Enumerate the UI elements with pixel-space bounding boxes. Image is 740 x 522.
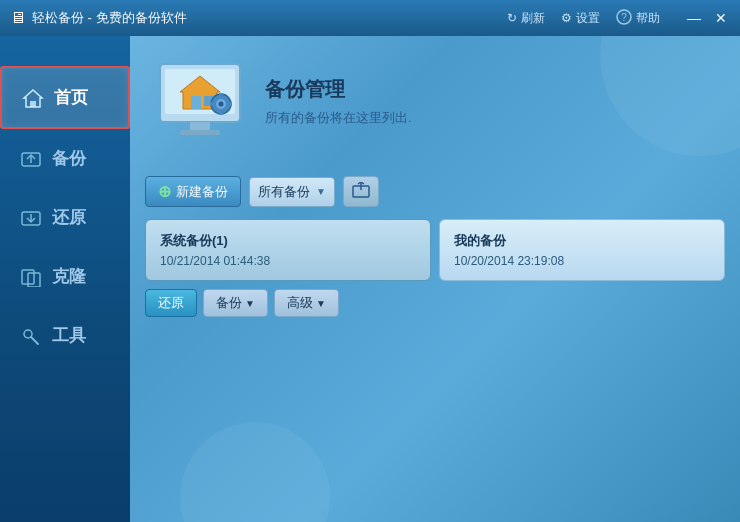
backup-grid: 系统备份(1) 10/21/2014 01:44:38 还原 备份 ▼ 高级 ▼ bbox=[145, 219, 725, 317]
sidebar-item-tools-label: 工具 bbox=[52, 324, 86, 347]
plus-icon: ⊕ bbox=[158, 182, 171, 201]
refresh-label: 刷新 bbox=[521, 10, 545, 27]
header-subtitle: 所有的备份将在这里列出. bbox=[265, 109, 412, 127]
system-backup-card[interactable]: 系统备份(1) 10/21/2014 01:44:38 bbox=[145, 219, 431, 281]
export-icon bbox=[352, 185, 370, 201]
refresh-button[interactable]: ↻ 刷新 bbox=[507, 10, 545, 27]
sidebar-item-home-label: 首页 bbox=[54, 86, 88, 109]
svg-rect-25 bbox=[228, 102, 232, 106]
title-bar-left: 🖥 轻松备份 - 免费的备份软件 bbox=[10, 9, 187, 27]
new-backup-label: 新建备份 bbox=[176, 183, 228, 201]
backup-card-system: 系统备份(1) 10/21/2014 01:44:38 还原 备份 ▼ 高级 ▼ bbox=[145, 219, 431, 317]
svg-point-21 bbox=[219, 101, 224, 106]
header-title: 备份管理 bbox=[265, 76, 412, 103]
header-icon-area bbox=[145, 51, 255, 151]
clone-icon bbox=[20, 267, 42, 287]
backup-filter-select[interactable]: 所有备份 ▼ bbox=[249, 177, 335, 207]
svg-rect-3 bbox=[30, 101, 36, 107]
sidebar-item-home[interactable]: 首页 bbox=[0, 66, 130, 129]
system-backup-date: 10/21/2014 01:44:38 bbox=[160, 254, 416, 268]
advanced-arrow-icon: ▼ bbox=[316, 298, 326, 309]
my-backup-card[interactable]: 我的备份 10/20/2014 23:19:08 bbox=[439, 219, 725, 281]
title-actions: ↻ 刷新 ⚙ 设置 ? 帮助 bbox=[507, 9, 660, 28]
sidebar-item-tools[interactable]: 工具 bbox=[0, 306, 130, 365]
title-bar-right: ↻ 刷新 ⚙ 设置 ? 帮助 — ✕ bbox=[507, 9, 730, 28]
svg-rect-15 bbox=[180, 130, 220, 135]
settings-button[interactable]: ⚙ 设置 bbox=[561, 10, 600, 27]
backup-action-button[interactable]: 备份 ▼ bbox=[203, 289, 268, 317]
app-title: 轻松备份 - 免费的备份软件 bbox=[32, 9, 187, 27]
bg-decoration-2 bbox=[180, 422, 330, 522]
sidebar-item-restore-label: 还原 bbox=[52, 206, 86, 229]
settings-label: 设置 bbox=[576, 10, 600, 27]
help-icon: ? bbox=[616, 9, 632, 28]
minimize-button[interactable]: — bbox=[684, 10, 704, 26]
header-text: 备份管理 所有的备份将在这里列出. bbox=[265, 51, 412, 127]
svg-rect-24 bbox=[210, 102, 214, 106]
settings-icon: ⚙ bbox=[561, 11, 572, 25]
title-bar: 🖥 轻松备份 - 免费的备份软件 ↻ 刷新 ⚙ 设置 ? 帮助 bbox=[0, 0, 740, 36]
content-header: 备份管理 所有的备份将在这里列出. bbox=[145, 51, 725, 161]
backup-action-label: 备份 bbox=[216, 294, 242, 312]
sidebar-item-restore[interactable]: 还原 bbox=[0, 188, 130, 247]
help-label: 帮助 bbox=[636, 10, 660, 27]
my-backup-title: 我的备份 bbox=[454, 232, 710, 250]
chevron-down-icon: ▼ bbox=[316, 186, 326, 197]
restore-icon bbox=[20, 208, 42, 228]
action-buttons: 还原 备份 ▼ 高级 ▼ bbox=[145, 289, 431, 317]
close-button[interactable]: ✕ bbox=[712, 10, 730, 26]
window-controls: — ✕ bbox=[684, 10, 730, 26]
svg-rect-14 bbox=[190, 122, 210, 130]
advanced-button[interactable]: 高级 ▼ bbox=[274, 289, 339, 317]
new-backup-button[interactable]: ⊕ 新建备份 bbox=[145, 176, 241, 207]
sidebar-item-backup-label: 备份 bbox=[52, 147, 86, 170]
backup-icon bbox=[20, 149, 42, 169]
svg-rect-22 bbox=[219, 93, 223, 97]
system-backup-title: 系统备份(1) bbox=[160, 232, 416, 250]
sidebar-item-clone[interactable]: 克隆 bbox=[0, 247, 130, 306]
main-container: 首页 备份 还原 bbox=[0, 36, 740, 522]
filter-label: 所有备份 bbox=[258, 183, 310, 201]
export-button[interactable] bbox=[343, 176, 379, 207]
backup-card-my: 我的备份 10/20/2014 23:19:08 bbox=[439, 219, 725, 317]
restore-label: 还原 bbox=[158, 294, 184, 312]
toolbar: ⊕ 新建备份 所有备份 ▼ bbox=[145, 176, 725, 207]
sidebar-item-backup[interactable]: 备份 bbox=[0, 129, 130, 188]
sidebar: 首页 备份 还原 bbox=[0, 36, 130, 522]
tools-icon bbox=[20, 326, 42, 346]
content-area: 备份管理 所有的备份将在这里列出. ⊕ 新建备份 所有备份 ▼ bbox=[130, 36, 740, 522]
refresh-icon: ↻ bbox=[507, 11, 517, 25]
backup-arrow-icon: ▼ bbox=[245, 298, 255, 309]
my-backup-date: 10/20/2014 23:19:08 bbox=[454, 254, 710, 268]
restore-button[interactable]: 还原 bbox=[145, 289, 197, 317]
help-button[interactable]: ? 帮助 bbox=[616, 9, 660, 28]
svg-text:?: ? bbox=[621, 12, 627, 23]
sidebar-item-clone-label: 克隆 bbox=[52, 265, 86, 288]
app-icon: 🖥 bbox=[10, 9, 26, 27]
svg-line-11 bbox=[31, 337, 38, 344]
advanced-label: 高级 bbox=[287, 294, 313, 312]
svg-rect-17 bbox=[191, 96, 201, 109]
computer-house-icon bbox=[145, 54, 255, 149]
home-icon bbox=[22, 88, 44, 108]
svg-rect-23 bbox=[219, 111, 223, 115]
